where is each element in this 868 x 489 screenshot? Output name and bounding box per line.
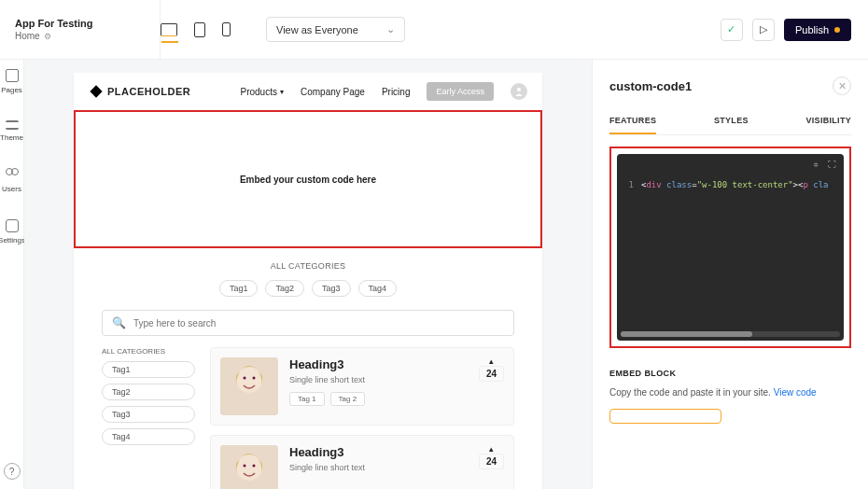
sidebar-item-settings[interactable]: Settings xyxy=(0,210,23,261)
chevron-down-icon: ⌄ xyxy=(386,23,395,35)
nav-company[interactable]: Company Page xyxy=(301,87,365,97)
code-token: class xyxy=(813,180,838,189)
svg-point-4 xyxy=(253,377,256,380)
svg-point-8 xyxy=(253,465,256,468)
code-token: p xyxy=(803,180,807,189)
caret-up-icon[interactable]: ▴ xyxy=(479,357,504,366)
code-editor[interactable]: ✲ ⛶ 1<div class="w-100 text-center"><p c… xyxy=(617,154,844,341)
sidebar-label: Settings xyxy=(0,236,25,244)
code-line: 1<div class="w-100 text-center"><p class… xyxy=(623,180,838,189)
nav-early-access[interactable]: Early Access xyxy=(427,82,494,101)
logo-text: PLACEHOLDER xyxy=(107,86,190,97)
card-heading: Heading3 xyxy=(289,445,365,459)
inspector-panel: custom-code1 ✕ FEATURES STYLES VISIBILIT… xyxy=(592,60,868,489)
users-icon xyxy=(6,168,19,181)
count-value: 24 xyxy=(479,454,504,469)
search-icon: 🔍 xyxy=(112,316,126,329)
card-subtitle: Single line short text xyxy=(289,463,365,472)
code-token: class xyxy=(666,180,692,189)
search-input-wrap[interactable]: 🔍 xyxy=(102,310,514,336)
expand-icon[interactable]: ⛶ xyxy=(828,160,836,169)
tag-pill[interactable]: Tag1 xyxy=(219,280,259,297)
panel-title: custom-code1 xyxy=(609,79,692,93)
embed-placeholder-text: Embed your custom code here xyxy=(240,175,376,185)
avatar-icon[interactable] xyxy=(511,83,527,100)
embed-desc-text: Copy the code and paste it in your site. xyxy=(609,387,774,398)
embed-description: Copy the code and paste it in your site.… xyxy=(609,387,851,398)
card-heading: Heading3 xyxy=(289,357,365,371)
sidebar-label: Pages xyxy=(1,86,22,94)
tab-styles[interactable]: STYLES xyxy=(714,116,749,134)
action-button-outline[interactable] xyxy=(609,409,721,424)
nav-products[interactable]: Products▾ xyxy=(240,87,283,97)
site-logo[interactable]: PLACEHOLDER xyxy=(89,84,190,99)
play-preview-icon[interactable]: ▷ xyxy=(752,19,775,41)
code-token: div xyxy=(646,180,661,189)
view-as-dropdown[interactable]: View as Everyone ⌄ xyxy=(266,17,405,42)
site-preview: PLACEHOLDER Products▾ Company Page Prici… xyxy=(74,73,542,489)
custom-code-block[interactable]: Embed your custom code here xyxy=(74,110,542,248)
publish-dot-icon xyxy=(834,27,840,33)
sidebar-label: Users xyxy=(2,185,21,193)
close-icon: ✕ xyxy=(838,80,847,92)
svg-point-6 xyxy=(236,454,262,481)
svg-point-0 xyxy=(517,88,521,91)
view-as-label: View as Everyone xyxy=(276,24,358,35)
svg-point-2 xyxy=(236,367,262,393)
sidebar-item-users[interactable]: Users xyxy=(0,159,23,210)
site-header: PLACEHOLDER Products▾ Company Page Prici… xyxy=(74,73,542,110)
card-count: ▴ 24 xyxy=(479,357,504,382)
tag-pill[interactable]: Tag4 xyxy=(358,280,398,297)
view-code-link[interactable]: View code xyxy=(774,387,817,398)
tab-features[interactable]: FEATURES xyxy=(609,116,656,134)
status-check-icon[interactable]: ✓ xyxy=(721,19,743,41)
tab-visibility[interactable]: VISIBILITY xyxy=(805,116,851,134)
theme-toggle-icon[interactable]: ✲ xyxy=(814,160,819,169)
facet-pill[interactable]: Tag1 xyxy=(102,361,195,378)
left-sidebar: Pages Theme Users Settings ? xyxy=(0,60,24,489)
sidebar-item-pages[interactable]: Pages xyxy=(0,60,23,111)
nav-pricing[interactable]: Pricing xyxy=(382,87,411,97)
pages-icon xyxy=(6,69,19,82)
search-input[interactable] xyxy=(133,318,504,328)
caret-up-icon[interactable]: ▴ xyxy=(479,445,504,454)
device-tablet-icon[interactable] xyxy=(194,22,205,37)
help-button[interactable]: ? xyxy=(4,463,21,480)
card-image xyxy=(220,357,278,415)
device-desktop-icon[interactable] xyxy=(161,23,177,36)
tag-pill[interactable]: Tag3 xyxy=(312,280,351,297)
editor-scrollbar[interactable] xyxy=(621,331,840,337)
card-image xyxy=(220,445,278,489)
publish-button[interactable]: Publish xyxy=(784,19,851,41)
home-label: Home xyxy=(15,31,40,41)
facet-pill[interactable]: Tag3 xyxy=(102,406,195,423)
svg-point-7 xyxy=(244,465,246,468)
device-phone-icon[interactable] xyxy=(222,22,231,36)
result-card[interactable]: Heading3 Single line short text ▴ 24 xyxy=(210,435,514,489)
nav-label: Products xyxy=(240,87,276,97)
tag-pill[interactable]: Tag2 xyxy=(265,280,304,297)
embed-block-label: EMBED BLOCK xyxy=(609,369,851,378)
card-tag[interactable]: Tag 1 xyxy=(289,392,325,406)
line-number: 1 xyxy=(623,180,634,189)
tag-filter-row: Tag1 Tag2 Tag3 Tag4 xyxy=(102,280,514,297)
caret-down-icon: ▾ xyxy=(280,88,284,96)
card-count: ▴ 24 xyxy=(479,445,504,469)
close-panel-button[interactable]: ✕ xyxy=(833,77,851,95)
app-home[interactable]: Home ⚙ xyxy=(15,31,150,41)
app-info: App For Testing Home ⚙ xyxy=(0,0,161,59)
code-editor-highlight: ✲ ⛶ 1<div class="w-100 text-center"><p c… xyxy=(609,147,851,348)
sidebar-item-theme[interactable]: Theme xyxy=(0,111,23,159)
editor-canvas: PLACEHOLDER Products▾ Company Page Prici… xyxy=(24,60,592,489)
svg-point-3 xyxy=(244,377,246,380)
result-card[interactable]: Heading3 Single line short text Tag 1 Ta… xyxy=(210,347,514,426)
gear-icon[interactable]: ⚙ xyxy=(44,32,51,41)
facets-label: ALL CATEGORIES xyxy=(102,347,195,356)
facet-pill[interactable]: Tag2 xyxy=(102,384,195,400)
scrollbar-thumb[interactable] xyxy=(621,331,752,337)
publish-label: Publish xyxy=(795,24,829,35)
card-tag[interactable]: Tag 2 xyxy=(330,392,366,406)
count-value: 24 xyxy=(479,366,504,382)
person-icon xyxy=(514,87,524,96)
facet-pill[interactable]: Tag4 xyxy=(102,428,195,445)
